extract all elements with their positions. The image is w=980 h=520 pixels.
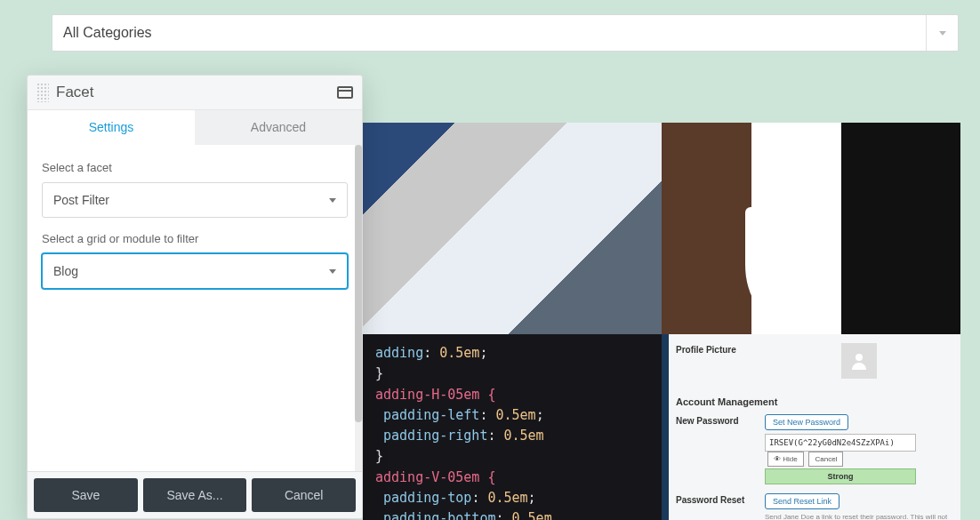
chevron-down-icon xyxy=(329,269,336,274)
cancel-button[interactable]: Cancel xyxy=(252,478,356,512)
grid-module-select-value: Blog xyxy=(53,264,78,278)
svg-point-0 xyxy=(855,354,863,361)
reset-help-text: Send Jane Doe a link to reset their pass… xyxy=(765,513,953,520)
profile-picture-label: Profile Picture xyxy=(676,343,765,355)
cancel-button[interactable]: Cancel xyxy=(808,452,843,467)
panel-header[interactable]: Facet xyxy=(28,76,362,110)
scrollbar[interactable] xyxy=(355,145,362,471)
chevron-down-icon xyxy=(329,198,336,203)
send-reset-link-button[interactable]: Send Reset Link xyxy=(765,493,839,509)
facet-settings-panel: Facet Settings Advanced Select a facet P… xyxy=(27,75,363,519)
password-reset-label: Password Reset xyxy=(676,493,765,505)
facet-select[interactable]: Post Filter xyxy=(42,182,348,218)
facet-select-value: Post Filter xyxy=(53,193,109,207)
save-button[interactable]: Save xyxy=(34,478,138,512)
grid-item[interactable] xyxy=(363,123,662,334)
hide-button[interactable]: 👁 Hide xyxy=(767,452,804,467)
save-as-button[interactable]: Save As... xyxy=(143,478,247,512)
account-management-heading: Account Management xyxy=(676,396,953,407)
window-icon[interactable] xyxy=(337,86,353,99)
select-grid-label: Select a grid or module to filter xyxy=(42,232,348,245)
tab-settings[interactable]: Settings xyxy=(28,110,195,145)
scrollbar-thumb[interactable] xyxy=(355,145,362,422)
grid-item[interactable] xyxy=(662,123,960,334)
grid-item[interactable]: adding: 0.5em; } adding-H-05em { padding… xyxy=(363,334,662,520)
new-password-label: New Password xyxy=(676,414,765,426)
blog-grid: adding: 0.5em; } adding-H-05em { padding… xyxy=(363,123,960,520)
set-new-password-button[interactable]: Set New Password xyxy=(765,414,848,430)
grid-item[interactable]: Profile Picture Account Management New P… xyxy=(662,334,960,520)
password-input[interactable]: IRSEV(G^22yG0dN2e4SZzXPAi) xyxy=(765,434,916,452)
tab-advanced[interactable]: Advanced xyxy=(195,110,362,145)
grid-module-select[interactable]: Blog xyxy=(42,253,348,289)
chevron-down-icon xyxy=(926,15,958,51)
category-select-value: All Categories xyxy=(63,25,152,41)
password-strength: Strong xyxy=(765,468,916,484)
avatar-icon xyxy=(841,343,877,379)
select-facet-label: Select a facet xyxy=(42,161,348,174)
panel-title: Facet xyxy=(56,84,337,101)
drag-handle-icon[interactable] xyxy=(36,83,49,102)
category-select[interactable]: All Categories xyxy=(52,14,959,52)
